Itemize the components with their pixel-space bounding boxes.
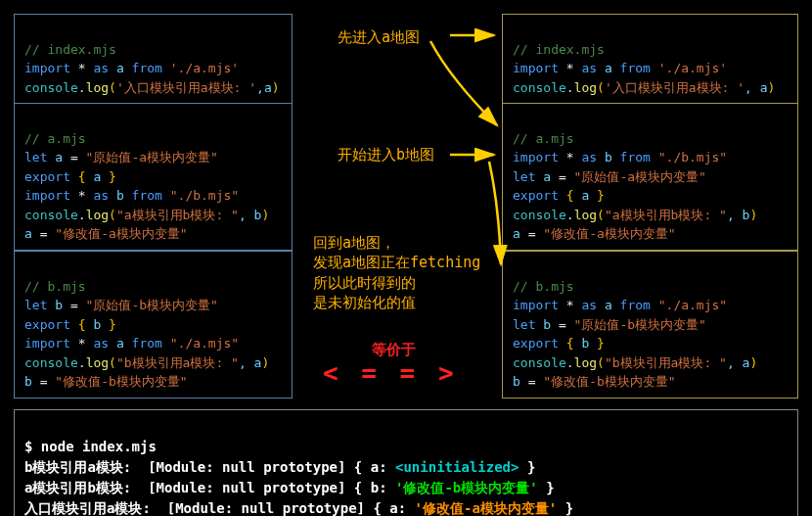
annotation-fetching: 回到a地图， 发现a地图正在fetching 所以此时得到的 是未初始化的值	[313, 233, 480, 312]
code-line: // index.mjs	[24, 42, 116, 57]
console-command: $ node index.mjs	[24, 439, 157, 454]
equivalence-text: 等价于	[372, 341, 416, 359]
left-index-code: // index.mjs import * as a from './a.mjs…	[14, 14, 293, 104]
left-b-code: // b.mjs let b = "原始值-b模块内变量" export { b…	[14, 251, 293, 399]
console-output: $ node index.mjs b模块引用a模块: [Module: null…	[14, 409, 798, 516]
annotation-enter-b: 开始进入b地图	[338, 145, 434, 164]
left-a-code: // a.mjs let a = "原始值-a模块内变量" export { a…	[14, 103, 293, 251]
right-b-code: // b.mjs import * as a from "./a.mjs" le…	[502, 251, 798, 399]
arrow-icon	[489, 162, 501, 264]
right-index-code: // index.mjs import * as a from './a.mjs…	[502, 14, 798, 104]
equivalence-symbol: < = = >	[323, 358, 458, 388]
annotation-enter-a: 先进入a地图	[338, 27, 420, 47]
arrow-icon	[430, 41, 497, 125]
right-a-code: // a.mjs import * as b from "./b.mjs" le…	[502, 103, 798, 251]
